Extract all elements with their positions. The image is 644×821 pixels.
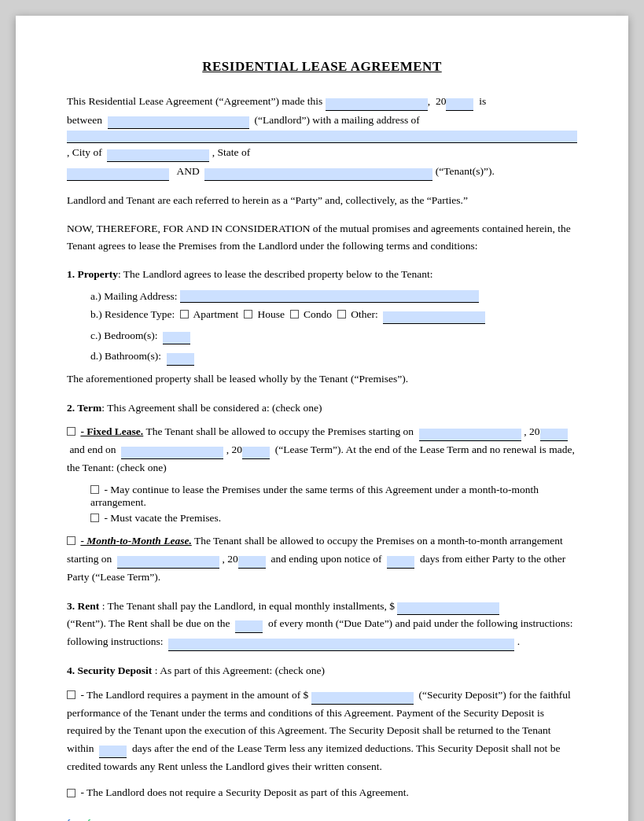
year-field[interactable] [446, 98, 473, 111]
intro-and: AND [176, 165, 199, 177]
consideration-text: NOW, THEREFORE, FOR AND IN CONSIDERATION… [67, 220, 577, 256]
logo-free: free [67, 817, 87, 821]
apartment-label: Apartment [193, 308, 239, 320]
section1-footer: The aforementioned property shall be lea… [67, 370, 577, 388]
fixed-lease-text1: The Tenant shall be allowed to occupy th… [145, 425, 414, 437]
condo-label: Condo [304, 308, 332, 320]
document-page: RESIDENTIAL LEASE AGREEMENT This Residen… [16, 16, 628, 821]
fixed-lease-checkbox[interactable] [67, 427, 75, 436]
intro-state-label: , State of [212, 146, 250, 158]
section3-text2: (“Rent”). The Rent shall be due on the [67, 617, 230, 629]
intro-is: is [479, 95, 486, 107]
fixed-sub2-checkbox[interactable] [90, 514, 99, 522]
parties-section: Landlord and Tenant are each referred to… [67, 192, 577, 209]
monthly-20: , 20 [223, 553, 238, 565]
bedrooms-field[interactable] [163, 332, 190, 344]
fixed-lease-label: - Fixed Lease. [80, 425, 143, 437]
fixed-sub2-text: - Must vacate the Premises. [104, 512, 221, 524]
bathrooms-field[interactable] [167, 353, 194, 366]
mailing-address-field[interactable] [180, 290, 479, 303]
section1-text: : The Landlord agrees to lease the descr… [118, 268, 432, 280]
city-field[interactable] [107, 149, 209, 162]
section1-d-label: d.) Bathroom(s): [90, 350, 161, 362]
section1-a-label: a.) Mailing Address: [90, 290, 178, 303]
section3-instructions-label: following instructions: [67, 635, 164, 647]
fixed-lease-20-2: , 20 [226, 444, 242, 455]
intro-between: between [67, 114, 102, 126]
tenant-name-field[interactable] [204, 168, 432, 181]
section3-text1: : The Tenant shall pay the Landlord, in … [102, 600, 395, 612]
monthly-lease-checkbox[interactable] [67, 536, 75, 545]
intro-landlord-label: (“Landlord”) with a mailing address of [254, 114, 419, 126]
section1-b-label: b.) Residence Type: [90, 308, 175, 320]
state-field[interactable] [67, 168, 169, 181]
no-security-deposit-checkbox[interactable] [67, 789, 75, 797]
other-checkbox[interactable] [337, 310, 346, 318]
intro-section: This Residential Lease Agreement (“Agree… [67, 92, 577, 181]
house-label: House [257, 308, 285, 320]
section2-label: 2. Term [67, 402, 101, 414]
section1: 1. Property: The Landlord agrees to leas… [67, 266, 577, 388]
lease-start-field[interactable] [419, 429, 521, 441]
condo-checkbox[interactable] [290, 310, 299, 318]
monthly-label: - Month-to-Month Lease. [80, 535, 191, 547]
mailing-address-line1-field[interactable] [67, 131, 577, 143]
landlord-name-field[interactable] [108, 116, 249, 129]
fixed-sub2-option: - Must vacate the Premises. [90, 512, 577, 525]
section1-c-label: c.) Bedroom(s): [90, 330, 157, 341]
monthly-lease-option: - Month-to-Month Lease. The Tenant shall… [67, 532, 577, 587]
monthly-year-field[interactable] [238, 556, 266, 569]
lease-end-field[interactable] [121, 447, 223, 459]
fixed-sub1-checkbox[interactable] [90, 485, 99, 494]
intro-city-label: , City of [67, 146, 102, 158]
other-label: Other: [351, 308, 378, 320]
end-year-field[interactable] [242, 447, 270, 459]
intro-line1-before: This Residential Lease Agreement (“Agree… [67, 95, 322, 107]
security-deposit-option1: - The Landlord requires a payment in the… [67, 687, 577, 777]
fixed-lease-and-end: and end on [69, 444, 116, 455]
consideration-section: NOW, THEREFORE, FOR AND IN CONSIDERATION… [67, 220, 577, 256]
document-title: RESIDENTIAL LEASE AGREEMENT [67, 59, 577, 75]
date-field[interactable] [326, 98, 428, 111]
section1-label: 1. Property [67, 268, 118, 280]
security-deposit-text1: - The Landlord requires a payment in the… [80, 689, 308, 701]
section3-label: 3. Rent [67, 600, 99, 612]
logo-forms: forms [87, 817, 117, 821]
section1-items: a.) Mailing Address: b.) Residence Type:… [90, 290, 577, 366]
section3-text3: of every month (“Due Date”) and paid und… [268, 617, 573, 629]
section2: 2. Term: This Agreement shall be conside… [67, 399, 577, 587]
section4: 4. Security Deposit : As part of this Ag… [67, 662, 577, 802]
intro-comma: , [428, 95, 430, 107]
section3: 3. Rent : The Tenant shall pay the Landl… [67, 598, 577, 652]
monthly-text3: and ending upon notice of [271, 553, 382, 565]
intro-tenants-label: (“Tenant(s)”). [436, 165, 495, 177]
security-deposit-checkbox[interactable] [67, 690, 75, 699]
other-field[interactable] [383, 311, 485, 324]
section3-period: . [517, 635, 520, 647]
section2-text: : This Agreement shall be considered a: … [101, 402, 322, 414]
apartment-checkbox[interactable] [180, 310, 189, 318]
section4-text: : As part of this Agreement: (check one) [155, 665, 325, 676]
fixed-lease-20-1: , 20 [524, 425, 539, 437]
monthly-start-field[interactable] [117, 556, 219, 569]
security-deposit-text3: days after the end of the Lease Term les… [67, 742, 560, 772]
rent-amount-field[interactable] [397, 602, 499, 615]
start-year-field[interactable] [540, 429, 568, 441]
instructions-field[interactable] [168, 639, 514, 651]
security-deposit-amount-field[interactable] [311, 692, 414, 705]
notice-days-field[interactable] [387, 556, 414, 569]
freeforms-logo: freeforms [67, 817, 116, 821]
no-security-deposit-text: - The Landlord does not require a Securi… [80, 786, 408, 798]
section4-label: 4. Security Deposit [67, 665, 152, 676]
fixed-lease-option: - Fixed Lease. The Tenant shall be allow… [67, 423, 577, 477]
house-checkbox[interactable] [244, 310, 252, 318]
no-security-deposit-option: - The Landlord does not require a Securi… [67, 784, 577, 802]
security-deposit-days-field[interactable] [99, 746, 127, 758]
parties-text: Landlord and Tenant are each referred to… [67, 192, 577, 209]
due-date-field[interactable] [235, 620, 263, 633]
fixed-sub1-text: - May continue to lease the Premises und… [90, 484, 539, 508]
footer: freeforms Page 1 of 10 [67, 817, 577, 821]
fixed-sub1-option: - May continue to lease the Premises und… [90, 484, 577, 509]
